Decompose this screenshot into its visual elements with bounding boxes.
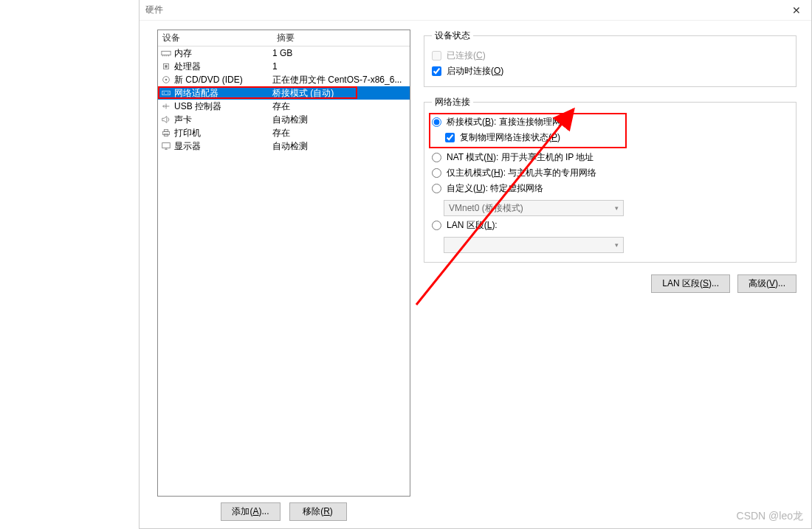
header-device[interactable]: 设备 bbox=[158, 30, 272, 46]
device-row[interactable]: 处理器1 bbox=[158, 60, 410, 73]
dialog-title: 硬件 bbox=[145, 4, 163, 16]
custom-network-select: VMnet0 (桥接模式) ▾ bbox=[444, 200, 624, 216]
svg-rect-0 bbox=[162, 51, 171, 55]
svg-rect-9 bbox=[162, 91, 171, 94]
watermark: CSDN @leo龙 bbox=[737, 510, 803, 523]
device-summary: 正在使用文件 CentOS-7-x86_6... bbox=[272, 74, 410, 86]
titlebar: 硬件 ✕ bbox=[140, 0, 811, 21]
device-row[interactable]: 内存1 GB bbox=[158, 46, 410, 60]
header-summary[interactable]: 摘要 bbox=[272, 30, 410, 46]
advanced-button[interactable]: 高级(V)... bbox=[737, 274, 796, 293]
cd-icon bbox=[158, 75, 174, 84]
svg-rect-6 bbox=[165, 65, 168, 68]
custom-network-value: VMnet0 (桥接模式) bbox=[449, 202, 523, 215]
svg-rect-15 bbox=[162, 143, 171, 148]
custom-select-row: VMnet0 (桥接模式) ▾ bbox=[432, 196, 788, 218]
bridged-label: 桥接模式(B): 直接连接物理网络 bbox=[447, 116, 570, 128]
hostonly-row: 仅主机模式(H): 与主机共享的专用网络 bbox=[432, 165, 788, 181]
nat-label: NAT 模式(N): 用于共享主机的 IP 地址 bbox=[447, 151, 593, 164]
device-list: 设备 摘要 内存1 GB处理器1新 CD/DVD (IDE)正在使用文件 Cen… bbox=[157, 30, 410, 497]
cpu-icon bbox=[158, 62, 174, 71]
device-summary: 存在 bbox=[272, 100, 410, 113]
custom-radio[interactable] bbox=[432, 184, 441, 193]
device-summary: 自动检测 bbox=[272, 140, 410, 153]
connect-on-start-checkbox[interactable] bbox=[432, 66, 441, 76]
lan-select-row: ▾ bbox=[432, 233, 788, 255]
device-name: 内存 bbox=[174, 47, 272, 60]
list-header: 设备 摘要 bbox=[158, 30, 410, 46]
close-icon[interactable]: ✕ bbox=[788, 4, 805, 16]
custom-label: 自定义(U): 特定虚拟网络 bbox=[447, 182, 543, 195]
dialog-content: 设备 摘要 内存1 GB处理器1新 CD/DVD (IDE)正在使用文件 Cen… bbox=[140, 21, 811, 528]
device-row[interactable]: 打印机存在 bbox=[158, 126, 410, 139]
network-legend: 网络连接 bbox=[432, 96, 473, 108]
device-panel: 设备 摘要 内存1 GB处理器1新 CD/DVD (IDE)正在使用文件 Cen… bbox=[157, 30, 410, 521]
device-row[interactable]: 网络适配器桥接模式 (自动) bbox=[158, 86, 410, 100]
lan-label: LAN 区段(L): bbox=[447, 219, 498, 232]
custom-row: 自定义(U): 特定虚拟网络 bbox=[432, 181, 788, 196]
sound-icon bbox=[158, 115, 174, 124]
connect-on-start-row: 启动时连接(O) bbox=[432, 63, 788, 79]
device-row[interactable]: 显示器自动检测 bbox=[158, 139, 410, 153]
network-group: 网络连接 桥接模式(B): 直接连接物理网络 复制物理网络连接状态(P) NAT… bbox=[424, 96, 796, 263]
device-name: 显示器 bbox=[174, 140, 272, 153]
device-row[interactable]: 声卡自动检测 bbox=[158, 113, 410, 126]
lan-row: LAN 区段(L): bbox=[432, 218, 788, 233]
printer-icon bbox=[158, 128, 174, 137]
device-name: USB 控制器 bbox=[174, 100, 272, 113]
device-row[interactable]: USB 控制器存在 bbox=[158, 100, 410, 113]
nat-row: NAT 模式(N): 用于共享主机的 IP 地址 bbox=[432, 150, 788, 165]
bridged-radio[interactable] bbox=[432, 117, 441, 127]
hostonly-radio[interactable] bbox=[432, 168, 441, 178]
replicate-label: 复制物理网络连接状态(P) bbox=[460, 131, 560, 144]
device-summary: 桥接模式 (自动) bbox=[272, 87, 410, 100]
svg-point-11 bbox=[168, 92, 169, 94]
network-buttons: LAN 区段(S)... 高级(V)... bbox=[424, 274, 796, 293]
device-row[interactable]: 新 CD/DVD (IDE)正在使用文件 CentOS-7-x86_6... bbox=[158, 73, 410, 86]
replicate-checkbox[interactable] bbox=[445, 133, 455, 142]
bridged-row: 桥接模式(B): 直接连接物理网络 bbox=[432, 114, 788, 130]
network-icon bbox=[158, 89, 174, 97]
svg-rect-13 bbox=[164, 130, 168, 132]
hostonly-label: 仅主机模式(H): 与主机共享的专用网络 bbox=[447, 167, 596, 179]
device-name: 新 CD/DVD (IDE) bbox=[174, 74, 272, 86]
settings-panel: 设备状态 已连接(C) 启动时连接(O) 网络连接 桥接模式(B): 直接连接物… bbox=[424, 30, 801, 521]
dialog-window: 硬件 ✕ 设备 摘要 内存1 GB处理器1新 CD/DVD (IDE)正在使用文… bbox=[139, 0, 812, 529]
device-status-group: 设备状态 已连接(C) 启动时连接(O) bbox=[424, 30, 796, 87]
usb-icon bbox=[158, 102, 174, 111]
device-buttons: 添加(A)... 移除(R) bbox=[157, 502, 410, 521]
nat-radio[interactable] bbox=[432, 153, 441, 162]
device-summary: 1 bbox=[272, 61, 410, 72]
chevron-down-icon: ▾ bbox=[615, 241, 619, 249]
device-name: 打印机 bbox=[174, 127, 272, 139]
connect-on-start-label: 启动时连接(O) bbox=[447, 65, 503, 77]
replicate-row: 复制物理网络连接状态(P) bbox=[432, 130, 788, 145]
lan-segments-button[interactable]: LAN 区段(S)... bbox=[651, 274, 730, 293]
chevron-down-icon: ▾ bbox=[615, 204, 619, 212]
device-name: 网络适配器 bbox=[174, 87, 272, 100]
device-summary: 自动检测 bbox=[272, 114, 410, 126]
svg-point-10 bbox=[164, 92, 165, 94]
remove-button[interactable]: 移除(R) bbox=[289, 502, 347, 521]
connected-label: 已连接(C) bbox=[447, 49, 486, 62]
memory-icon bbox=[158, 49, 174, 58]
lan-segment-select: ▾ bbox=[444, 237, 624, 253]
list-body: 内存1 GB处理器1新 CD/DVD (IDE)正在使用文件 CentOS-7-… bbox=[158, 46, 410, 496]
device-status-legend: 设备状态 bbox=[432, 30, 473, 42]
device-name: 声卡 bbox=[174, 114, 272, 126]
device-name: 处理器 bbox=[174, 60, 272, 73]
connected-checkbox bbox=[432, 51, 441, 60]
device-summary: 存在 bbox=[272, 127, 410, 139]
svg-point-8 bbox=[165, 79, 168, 81]
add-button[interactable]: 添加(A)... bbox=[221, 502, 280, 521]
connected-row: 已连接(C) bbox=[432, 48, 788, 63]
lan-radio[interactable] bbox=[432, 221, 441, 230]
display-icon bbox=[158, 142, 174, 151]
device-summary: 1 GB bbox=[272, 48, 410, 58]
